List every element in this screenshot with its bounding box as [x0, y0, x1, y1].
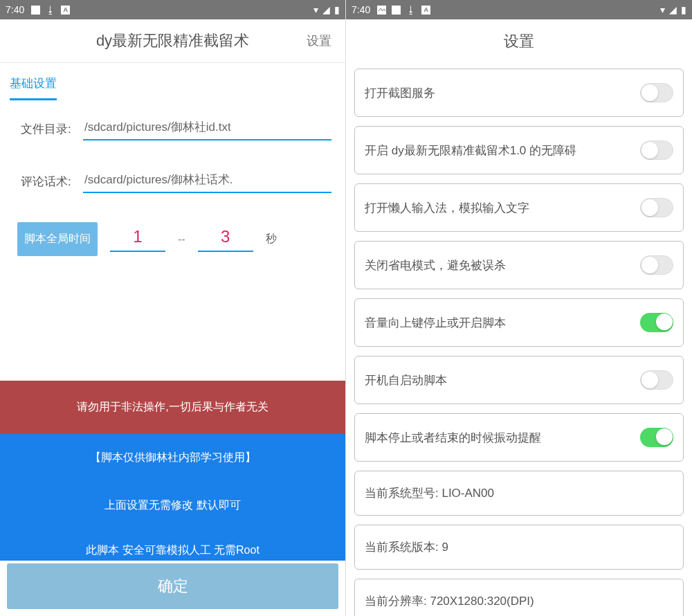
- battery-icon: ▮: [334, 4, 340, 15]
- wifi-icon: ▾: [660, 4, 665, 15]
- file-dir-label: 文件目录:: [21, 121, 83, 137]
- app-icon: [31, 6, 40, 15]
- tab-row: 基础设置: [0, 63, 345, 100]
- settings-item[interactable]: 当前系统版本: 9: [354, 525, 684, 570]
- settings-link[interactable]: 设置: [307, 33, 331, 49]
- status-icons-right: ▾ ◢ ▮: [313, 4, 340, 15]
- info-line-1: 【脚本仅供御林社内部学习使用】: [0, 434, 345, 482]
- settings-item[interactable]: 当前分辨率: 720X1280:320(DPI): [354, 579, 684, 616]
- settings-item-label: 当前系统型号: LIO-AN00: [365, 485, 673, 501]
- signal-icon: ◢: [669, 4, 677, 15]
- ime-icon: A: [421, 6, 430, 15]
- status-icons-left: ⭳ A: [377, 4, 430, 15]
- download-icon: ⭳: [406, 4, 416, 15]
- status-icons-right: ▾ ◢ ▮: [660, 4, 686, 15]
- info-banner: 【脚本仅供御林社内部学习使用】 上面设置无需修改 默认即可 此脚本 安全可靠模拟…: [0, 434, 345, 561]
- file-dir-row: 文件目录:: [21, 117, 331, 141]
- settings-item-label: 脚本停止或者结束的时候振动提醒: [365, 430, 640, 446]
- toggle-switch[interactable]: [640, 141, 673, 160]
- time-separator: --: [178, 233, 185, 246]
- settings-item-label: 当前系统版本: 9: [365, 539, 673, 555]
- app-icon-2: [392, 6, 401, 15]
- app-title: dy最新无限精准截留术: [96, 30, 249, 51]
- time-max-input[interactable]: [198, 227, 253, 252]
- file-dir-input[interactable]: [83, 117, 331, 141]
- status-icons-left: ⭳ A: [31, 4, 70, 15]
- toggle-switch[interactable]: [640, 255, 673, 275]
- toggle-switch[interactable]: [640, 313, 673, 332]
- download-icon: ⭳: [46, 4, 55, 15]
- settings-item-label: 打开截图服务: [365, 85, 640, 101]
- settings-item-label: 当前分辨率: 720X1280:320(DPI): [365, 593, 673, 609]
- settings-item-label: 开启 dy最新无限精准截留术1.0 的无障碍: [365, 143, 640, 158]
- tab-basic-settings[interactable]: 基础设置: [10, 75, 57, 100]
- info-line-2: 上面设置无需修改 默认即可: [0, 482, 345, 529]
- comment-label: 评论话术:: [21, 174, 83, 190]
- status-bar: 7:40 ⭳ A ▾ ◢ ▮: [0, 0, 345, 19]
- status-bar: 7:40 ⭳ A ▾ ◢ ▮: [346, 0, 692, 19]
- signal-icon: ◢: [322, 4, 330, 15]
- confirm-button[interactable]: 确定: [7, 563, 338, 609]
- settings-item[interactable]: 开机自启动脚本: [354, 356, 684, 404]
- settings-item-label: 关闭省电模式，避免被误杀: [365, 257, 640, 273]
- settings-item-label: 音量向上键停止或开启脚本: [365, 315, 640, 331]
- comment-input[interactable]: [83, 170, 331, 193]
- main-app-panel: 7:40 ⭳ A ▾ ◢ ▮ dy最新无限精准截留术 设置 基础设置 文件目录:: [0, 0, 346, 616]
- script-time-button[interactable]: 脚本全局时间: [17, 222, 98, 256]
- toggle-switch[interactable]: [640, 428, 673, 447]
- toggle-switch[interactable]: [640, 198, 673, 217]
- status-time: 7:40: [352, 4, 370, 15]
- settings-panel: 7:40 ⭳ A ▾ ◢ ▮ 设置 打开截图服务开启 dy最新无限精准截留术1.…: [346, 0, 692, 616]
- settings-item-label: 打开懒人输入法，模拟输入文字: [365, 200, 640, 216]
- settings-item[interactable]: 关闭省电模式，避免被误杀: [354, 241, 684, 289]
- settings-item-label: 开机自启动脚本: [365, 372, 640, 388]
- time-unit: 秒: [266, 232, 277, 246]
- settings-item[interactable]: 脚本停止或者结束的时候振动提醒: [354, 413, 684, 462]
- time-min-input[interactable]: [110, 227, 165, 252]
- wifi-icon: ▾: [313, 4, 318, 15]
- settings-list[interactable]: 打开截图服务开启 dy最新无限精准截留术1.0 的无障碍打开懒人输入法，模拟输入…: [346, 63, 692, 616]
- warning-banner: 请勿用于非法操作,一切后果与作者无关: [0, 381, 345, 434]
- info-line-3: 此脚本 安全可靠模拟人工 无需Root: [0, 529, 345, 561]
- settings-item[interactable]: 打开懒人输入法，模拟输入文字: [354, 183, 684, 232]
- app-icon: [377, 6, 386, 15]
- app-header: dy最新无限精准截留术 设置: [0, 19, 345, 63]
- status-time: 7:40: [6, 4, 24, 15]
- toggle-switch[interactable]: [640, 370, 673, 390]
- comment-row: 评论话术:: [21, 170, 331, 193]
- settings-title: 设置: [346, 19, 692, 63]
- battery-icon: ▮: [681, 4, 686, 15]
- settings-item[interactable]: 音量向上键停止或开启脚本: [354, 298, 684, 347]
- spacer: [0, 256, 345, 381]
- ime-icon: A: [61, 6, 70, 15]
- form-section: 文件目录: 评论话术: 脚本全局时间 -- 秒: [0, 100, 345, 256]
- settings-item[interactable]: 打开截图服务: [354, 69, 684, 117]
- settings-item[interactable]: 开启 dy最新无限精准截留术1.0 的无障碍: [354, 126, 684, 174]
- toggle-switch[interactable]: [640, 83, 673, 102]
- time-row: 脚本全局时间 -- 秒: [17, 222, 331, 256]
- settings-item[interactable]: 当前系统型号: LIO-AN00: [354, 471, 684, 516]
